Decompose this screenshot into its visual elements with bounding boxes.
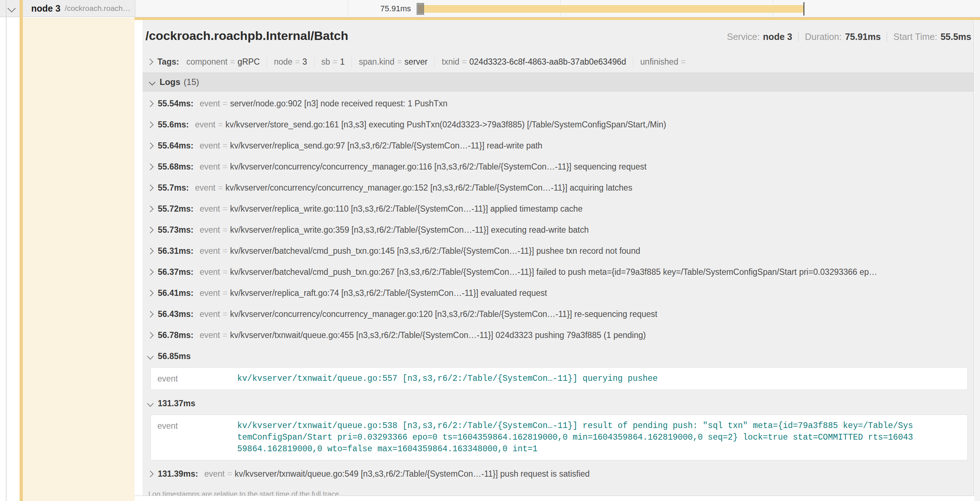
equals-sign: = <box>228 469 232 479</box>
tag-value: 024d3323-6c8f-4863-aa8b-37ab0e63496d <box>469 57 626 67</box>
chevron-right-icon <box>147 332 153 338</box>
log-marker-tick <box>417 3 417 15</box>
trace-timeline-view: node 3 /cockroach.roach… 75.91ms /cockro… <box>0 0 980 501</box>
span-overview-row: /cockroach.roachpb.Internal/Batch Servic… <box>145 20 974 43</box>
log-message: server/node.go:902 [n3] node received re… <box>230 99 447 108</box>
log-message: kv/kvserver/concurrency/concurrency_mana… <box>225 183 632 193</box>
log-entry-row[interactable]: 55.73ms:event=kv/kvserver/replica_write.… <box>147 219 968 240</box>
tag-item: unfinished= <box>640 57 688 67</box>
log-timestamp: 55.54ms: <box>158 99 193 108</box>
meta-separator <box>798 32 799 42</box>
chevron-down-icon[interactable] <box>8 4 16 13</box>
log-field-key: event <box>199 330 220 340</box>
span-bar[interactable] <box>418 5 803 13</box>
log-entry-row-expanded[interactable]: 56.85ms <box>147 346 968 367</box>
log-message: kv/kvserver/txnwait/queue.go:549 [n3,s3,… <box>235 469 590 479</box>
log-marker-tick <box>421 3 422 15</box>
logs-footer-note: Log timestamps are relative to the start… <box>145 490 974 496</box>
chevron-right-icon <box>147 471 153 477</box>
log-entry-row[interactable]: 55.6ms:event=kv/kvserver/store_send.go:1… <box>147 114 968 135</box>
log-marker-end-tick <box>803 2 805 16</box>
equals-sign: = <box>295 57 299 67</box>
log-timestamp: 56.37ms: <box>158 267 193 277</box>
log-entry-row[interactable]: 55.72ms:event=kv/kvserver/replica_write.… <box>147 198 968 219</box>
equals-sign: = <box>332 57 337 67</box>
span-row-highlight <box>23 18 135 501</box>
tag-value: 3 <box>302 57 307 67</box>
log-timestamp: 131.39ms: <box>158 469 198 479</box>
equals-sign: = <box>223 330 228 340</box>
tag-key: unfinished <box>640 57 678 67</box>
tag-key: component <box>186 57 228 67</box>
tags-accordion-header[interactable]: Tags: component=gRPCnode=3sb=1span.kind=… <box>145 54 974 70</box>
chevron-right-icon <box>146 59 153 65</box>
log-field-key: event <box>199 267 220 277</box>
log-entry-row[interactable]: 56.41ms:event=kv/kvserver/replica_raft.g… <box>147 282 968 303</box>
log-timestamp: 131.37ms <box>158 399 196 408</box>
span-overview-meta: Service:node 3Duration:75.91msStart Time… <box>727 32 971 42</box>
log-marker-tick <box>419 3 420 15</box>
equals-sign: = <box>223 246 228 256</box>
log-field-key: event <box>199 141 220 151</box>
chevron-right-icon <box>147 290 153 296</box>
log-message: kv/kvserver/batcheval/cmd_push_txn.go:26… <box>230 267 877 277</box>
tag-item: txnid=024d3323-6c8f-4863-aa8b-37ab0e6349… <box>442 57 626 67</box>
log-timestamp: 56.85ms <box>158 351 191 361</box>
log-field-key: event <box>195 183 215 193</box>
log-field-key: event <box>199 162 220 172</box>
log-entry-row[interactable]: 56.43ms:event=kv/kvserver/concurrency/co… <box>147 303 968 325</box>
equals-sign: = <box>223 204 228 214</box>
tag-value: 1 <box>340 57 345 67</box>
tags-label: Tags: <box>158 57 179 67</box>
equals-sign: = <box>681 57 686 67</box>
log-entry-row[interactable]: 55.68ms:event=kv/kvserver/concurrency/co… <box>147 156 968 177</box>
equals-sign: = <box>223 288 228 298</box>
log-entry-row[interactable]: 56.37ms:event=kv/kvserver/batcheval/cmd_… <box>147 262 968 282</box>
tag-key: txnid <box>442 57 460 67</box>
span-service-name[interactable]: node 3 <box>31 3 60 14</box>
logs-count: (15) <box>183 77 199 87</box>
log-timestamp: 56.31ms: <box>158 246 193 256</box>
log-entry-row[interactable]: 55.7ms:event=kv/kvserver/concurrency/con… <box>147 177 968 198</box>
log-marker-tick <box>420 3 421 15</box>
chevron-right-icon <box>147 100 153 107</box>
page-title: /cockroach.roachpb.Internal/Batch <box>145 29 348 43</box>
chevron-right-icon <box>147 142 153 149</box>
span-timeline-cell[interactable]: 75.91ms <box>135 0 980 18</box>
span-timeline-row: node 3 /cockroach.roach… 75.91ms <box>0 0 980 17</box>
log-entry-row[interactable]: 56.31ms:event=kv/kvserver/batcheval/cmd_… <box>147 240 968 262</box>
log-entry-row[interactable]: 55.54ms:event=server/node.go:902 [n3] no… <box>147 93 968 114</box>
log-message: kv/kvserver/store_send.go:161 [n3,s3] ex… <box>225 120 666 129</box>
log-field-key: event <box>199 309 220 319</box>
equals-sign: = <box>223 267 228 277</box>
log-timestamp: 56.78ms: <box>158 330 193 340</box>
log-message: kv/kvserver/replica_raft.go:74 [n3,s3,r6… <box>230 288 547 298</box>
span-detail-content: /cockroach.roachpb.Internal/Batch Servic… <box>143 20 974 496</box>
logs-title: Logs <box>159 77 180 87</box>
log-entry-row[interactable]: 131.39ms:event=kv/kvserver/txnwait/queue… <box>147 463 968 484</box>
log-detail-card: eventkv/kvserver/txnwait/queue.go:557 [n… <box>151 367 968 390</box>
tag-item: sb=1 <box>321 57 345 67</box>
chevron-right-icon <box>147 269 153 275</box>
log-field-key: event <box>204 469 224 479</box>
log-entry-row[interactable]: 56.78ms:event=kv/kvserver/txnwait/queue.… <box>147 325 968 346</box>
span-operation-name[interactable]: /cockroach.roach… <box>65 4 130 13</box>
logs-accordion-header[interactable]: Logs (15) <box>143 73 974 91</box>
equals-sign: = <box>397 57 402 67</box>
tag-key: sb <box>321 57 330 67</box>
chevron-right-icon <box>147 121 153 128</box>
timeline-left-rail <box>0 0 6 501</box>
log-field-key: event <box>199 204 220 214</box>
log-message: kv/kvserver/batcheval/cmd_push_txn.go:14… <box>230 246 640 256</box>
tag-separator <box>314 56 315 67</box>
tag-item: node=3 <box>274 57 307 67</box>
chevron-right-icon <box>147 227 153 233</box>
log-entry-row[interactable]: 55.64ms:event=kv/kvserver/replica_send.g… <box>147 135 968 156</box>
equals-sign: = <box>223 99 228 108</box>
tag-item: component=gRPC <box>186 57 260 67</box>
log-message: kv/kvserver/concurrency/concurrency_mana… <box>230 309 657 319</box>
log-field-key: event <box>199 225 220 235</box>
log-entry-row-expanded[interactable]: 131.37ms <box>147 393 968 414</box>
equals-sign: = <box>223 162 228 172</box>
overview-label: Service: <box>727 32 759 42</box>
